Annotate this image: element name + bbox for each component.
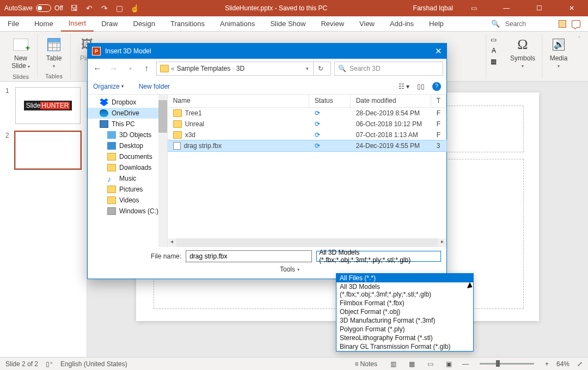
share-icon[interactable] [559,20,566,28]
new-slide-button[interactable]: New Slide ▾ [9,34,33,72]
dropdown-item[interactable]: All 3D Models (*.fbx;*.obj;*.3mf;*.ply;*… [336,282,473,299]
object-icon[interactable]: ▦ [488,57,499,66]
dialog-close-button[interactable]: ✕ [435,46,442,56]
symbols-button[interactable]: Ω Symbols▾ [508,34,537,72]
organize-menu[interactable]: Organize ▾ [93,83,124,90]
tab-view[interactable]: View [352,16,382,32]
tab-design[interactable]: Design [126,16,163,32]
tab-help[interactable]: Help [421,16,451,32]
tree-pictures[interactable]: Pictures [88,184,167,195]
file-row[interactable]: Tree1 ⟳ 28-Dec-2019 8:54 PM F [168,108,446,119]
present-icon[interactable]: ▢ [115,4,124,13]
search-icon[interactable]: 🔍 [491,20,500,28]
search-label[interactable]: Search [505,20,526,28]
normal-view-icon[interactable]: ▥ [388,360,399,368]
tools-menu[interactable]: Tools ▾ [280,266,299,273]
address-bar[interactable]: « Sample Templates › 3D ▾ ↻ [156,61,331,76]
forward-button[interactable]: → [107,62,120,75]
notes-button[interactable]: ≡ Notes [352,360,381,368]
file-list-header[interactable]: Name Status Date modified T [168,95,446,108]
tree-music[interactable]: ♪Music [88,173,167,184]
ribbon-mode-icon[interactable]: ▭ [462,0,486,16]
comments-icon[interactable] [572,20,580,28]
new-folder-button[interactable]: New folder [139,83,170,90]
zoom-in-button[interactable]: + [545,360,549,368]
zoom-slider[interactable] [480,363,534,365]
tree-downloads[interactable]: Downloads [88,162,167,173]
slide-sorter-icon[interactable]: ▦ [407,360,418,368]
dropdown-item[interactable]: 3D Manufacturing Format (*.3mf) [336,316,473,325]
undo-icon[interactable]: ↶ [85,4,94,13]
col-status[interactable]: Status [309,95,351,107]
help-icon[interactable]: ? [432,82,441,91]
file-row[interactable]: x3d ⟳ 07-Oct-2018 1:13 AM F [168,130,446,140]
dropdown-item[interactable]: All Files (*.*) [336,274,473,282]
tab-insert[interactable]: Insert [61,16,94,32]
zoom-out-button[interactable]: — [462,360,469,368]
tab-slideshow[interactable]: Slide Show [262,16,313,32]
filename-input[interactable] [186,250,312,262]
dialog-titlebar[interactable]: P Insert 3D Model ✕ [88,44,446,59]
tree-dropbox[interactable]: Dropbox [88,97,167,108]
breadcrumb-1[interactable]: Sample Templates [177,65,231,72]
tree-onedrive[interactable]: OneDrive [88,108,167,119]
spellcheck-icon[interactable]: ▯⁺ [46,360,53,368]
maximize-button[interactable]: ☐ [527,0,551,16]
back-button[interactable]: ← [91,62,104,75]
tree-3d-objects[interactable]: 3D Objects [88,130,167,140]
dropdown-item[interactable]: Object Format (*.obj) [336,307,473,316]
tree-documents[interactable]: Documents [88,151,167,162]
touch-icon[interactable]: ☝ [131,4,139,13]
collapse-ribbon-icon[interactable]: ˄ [578,36,580,41]
tab-addins[interactable]: Add-ins [382,16,421,32]
media-button[interactable]: Media▾ [547,34,571,72]
thumbnail-1[interactable]: 1 SlideHUNTER [5,87,81,124]
autosave-toggle[interactable]: AutoSave Off [4,4,63,12]
breadcrumb-2[interactable]: 3D [236,65,244,72]
table-button[interactable]: Table▾ [42,34,66,72]
tree-videos[interactable]: Videos [88,195,167,206]
save-icon[interactable]: 🖫 [70,4,78,13]
header-footer-icon[interactable]: ▭ [488,35,499,45]
col-date[interactable]: Date modified [351,95,431,107]
slideshow-view-icon[interactable]: ▣ [444,360,455,368]
user-name[interactable]: Farshad Iqbal [413,4,453,12]
recent-menu[interactable]: ▾ [124,62,137,75]
thumbnail-2[interactable]: 2 [5,132,81,169]
tree-scrollbar[interactable] [158,95,167,247]
language-label[interactable]: English (United States) [60,360,127,368]
tab-transitions[interactable]: Transitions [163,16,212,32]
redo-icon[interactable]: ↷ [100,4,109,13]
tab-file[interactable]: File [0,16,27,32]
tab-animations[interactable]: Animations [212,16,262,32]
tab-home[interactable]: Home [27,16,61,32]
tab-draw[interactable]: Draw [94,16,125,32]
file-list-scrollbar[interactable]: ◂▸ [168,238,446,247]
folder-tree[interactable]: Dropbox OneDrive This PC 3D Objects Desk… [88,95,168,247]
filetype-dropdown[interactable]: All 3D Models (*.fbx;*.obj;*.3mf;*.ply;*… [316,251,441,262]
dropdown-item[interactable]: Binary GL Transmission Format (*.glb) [336,342,473,351]
dropdown-item[interactable]: Polygon Format (*.ply) [336,325,473,334]
minimize-button[interactable]: — [494,0,518,16]
close-button[interactable]: ✕ [560,0,584,16]
file-row[interactable]: Unreal ⟳ 06-Oct-2018 10:12 PM F [168,119,446,130]
refresh-button[interactable]: ↻ [313,61,327,76]
file-row[interactable]: drag strip.fbx ⟳ 24-Dec-2019 4:55 PM 3 [168,140,446,151]
fit-to-window-icon[interactable]: ⤢ [577,360,583,368]
wordart-icon[interactable]: A [488,46,499,55]
tree-this-pc[interactable]: This PC [88,119,167,130]
dropdown-item[interactable]: StereoLithography Format (*.stl) [336,334,473,342]
search-box[interactable]: 🔍 Search 3D [334,61,443,76]
zoom-level[interactable]: 64% [556,360,569,368]
tree-desktop[interactable]: Desktop [88,140,167,151]
tree-windows-c[interactable]: Windows (C:) [88,206,167,217]
filetype-dropdown-list[interactable]: All Files (*.*)All 3D Models (*.fbx;*.ob… [336,273,474,351]
preview-pane-button[interactable]: ▯▯ [417,83,425,90]
col-type[interactable]: T [431,95,446,107]
view-options-button[interactable]: ☷ ▾ [399,83,409,90]
tab-review[interactable]: Review [313,16,352,32]
dropdown-item[interactable]: Filmbox Format (*.fbx) [336,299,473,307]
col-name[interactable]: Name [168,95,309,107]
up-button[interactable]: ↑ [140,62,153,75]
reading-view-icon[interactable]: ▭ [425,360,436,368]
